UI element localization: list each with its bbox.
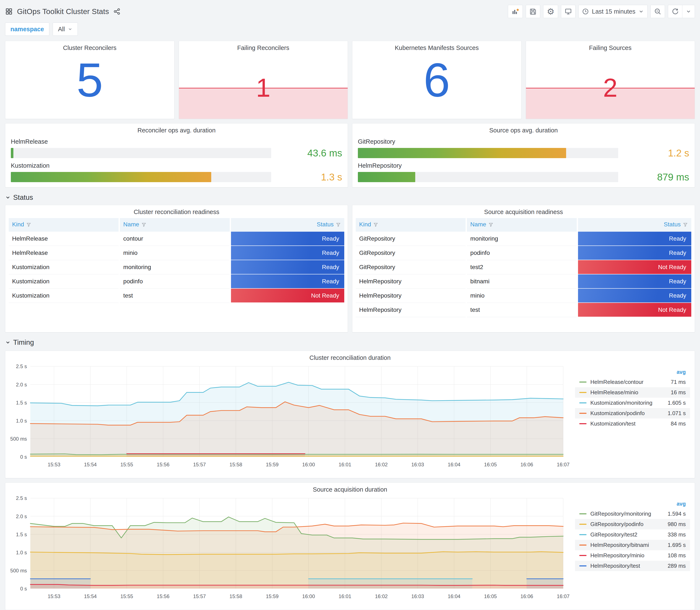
legend-series[interactable]: HelmRepository/bitnami1.695 s — [575, 540, 690, 550]
gauge-row: GitRepository 1.2 s — [358, 138, 689, 159]
series-avg-value: 1.605 s — [656, 400, 686, 406]
dashboard-grid-icon[interactable] — [5, 7, 13, 15]
panel-title: Source ops avg. duration — [358, 124, 689, 135]
gauge-fill — [11, 172, 211, 182]
filter-icon[interactable] — [336, 222, 341, 228]
gauge-fill — [11, 148, 13, 158]
dashboard-header: GitOps Toolkit Cluster Stats — [5, 3, 695, 19]
svg-text:1.0 s: 1.0 s — [16, 418, 27, 423]
refresh-button-group — [668, 5, 695, 18]
chart-panel-source-acquisition-duration: Source acquisition duration 15:5315:5415… — [5, 482, 695, 610]
series-color-swatch — [579, 524, 587, 525]
panel-title: Failing Sources — [526, 41, 695, 52]
section-row-timing[interactable]: Timing — [5, 338, 695, 347]
filter-icon[interactable] — [488, 222, 493, 228]
panel-title: Source acquisition duration — [9, 483, 691, 494]
legend-series[interactable]: HelmRelease/contour71 ms — [575, 377, 690, 387]
svg-text:15:57: 15:57 — [193, 462, 206, 468]
name-cell: test — [467, 303, 577, 317]
legend-series[interactable]: HelmRelease/minio16 ms — [575, 387, 690, 398]
filter-icon[interactable] — [373, 222, 378, 228]
legend-avg-header[interactable]: avg — [575, 368, 690, 377]
dashboard-toolbar: ⚙ Last 15 minutes — [508, 5, 695, 18]
refresh-button[interactable] — [668, 5, 682, 18]
zoom-out-icon — [654, 8, 661, 15]
add-panel-icon — [511, 7, 519, 15]
variable-label-namespace: namespace — [5, 22, 49, 36]
dashboard-settings-button[interactable]: ⚙ — [543, 5, 558, 18]
cycle-view-mode-button[interactable] — [561, 5, 575, 18]
series-name: GitRepository/monitoring — [590, 511, 656, 517]
stat-panel-failing-sources: Failing Sources 2 — [526, 41, 695, 119]
variable-value-dropdown[interactable]: All — [53, 22, 78, 36]
refresh-interval-dropdown[interactable] — [682, 5, 695, 18]
status-cell: Ready — [578, 246, 691, 260]
status-badge: Ready — [578, 232, 691, 245]
timeseries-plot[interactable]: 15:5315:5415:5515:5615:5715:5815:5916:00… — [9, 363, 573, 471]
share-icon[interactable] — [113, 8, 120, 15]
tables-row: Cluster reconciliation readiness Kind Na… — [5, 205, 695, 333]
column-header-status[interactable]: Status — [578, 218, 691, 232]
panel-title: Source acquisition readiness — [355, 205, 693, 216]
legend-series[interactable]: GitRepository/podinfo980 ms — [575, 519, 690, 529]
status-cell: Ready — [231, 246, 344, 260]
section-row-status[interactable]: Status — [5, 193, 695, 202]
status-cell: Ready — [231, 232, 344, 246]
kind-cell: Kustomization — [9, 274, 118, 289]
name-cell: test2 — [467, 260, 577, 274]
legend-series[interactable]: HelmRepository/test289 ms — [575, 561, 690, 571]
legend-series[interactable]: HelmRepository/minio108 ms — [575, 550, 690, 561]
gauge-value: 43.6 ms — [278, 147, 342, 159]
status-cell: Ready — [231, 274, 344, 289]
status-cell: Ready — [231, 260, 344, 274]
gauge-value: 879 ms — [625, 171, 689, 183]
series-avg-value: 338 ms — [656, 531, 686, 538]
time-range-picker[interactable]: Last 15 minutes — [579, 5, 648, 18]
chevron-down-icon — [5, 340, 11, 345]
stat-value: 1 — [179, 73, 348, 103]
series-color-swatch — [579, 565, 587, 566]
gauge-row: HelmRelease 43.6 ms — [11, 138, 342, 159]
dashboard-page: GitOps Toolkit Cluster Stats — [0, 0, 700, 610]
save-dashboard-button[interactable] — [526, 5, 540, 18]
column-header-kind[interactable]: Kind — [356, 218, 466, 232]
add-panel-button[interactable] — [508, 5, 523, 18]
svg-text:1.0 s: 1.0 s — [16, 550, 27, 556]
svg-text:15:58: 15:58 — [229, 594, 242, 599]
filter-icon[interactable] — [141, 222, 146, 228]
legend-series[interactable]: Kustomization/podinfo1.071 s — [575, 408, 690, 418]
legend-series[interactable]: Kustomization/test84 ms — [575, 418, 690, 429]
legend-series[interactable]: Kustomization/monitoring1.605 s — [575, 398, 690, 408]
status-badge: Ready — [231, 274, 344, 288]
svg-text:16:00: 16:00 — [302, 462, 315, 468]
series-color-swatch — [579, 555, 587, 556]
table-row: GitRepositorypodinfoReady — [356, 246, 691, 260]
gauge-track — [11, 148, 271, 158]
legend-avg-header[interactable]: avg — [575, 500, 690, 509]
column-header-status[interactable]: Status — [231, 218, 344, 232]
series-color-swatch — [579, 382, 587, 383]
svg-text:16:02: 16:02 — [375, 462, 388, 468]
series-avg-value: 16 ms — [656, 389, 686, 396]
svg-text:15:55: 15:55 — [120, 594, 133, 599]
gauges-row: Reconciler ops avg. duration HelmRelease… — [5, 123, 695, 188]
column-header-name[interactable]: Name — [467, 218, 577, 232]
svg-text:2.0 s: 2.0 s — [16, 382, 27, 387]
legend-series[interactable]: GitRepository/test2338 ms — [575, 529, 690, 540]
legend-series[interactable]: GitRepository/monitoring1.594 s — [575, 509, 690, 519]
stat-value: 5 — [5, 41, 174, 119]
svg-text:16:01: 16:01 — [339, 462, 351, 468]
series-color-swatch — [579, 545, 587, 546]
timeseries-plot[interactable]: 15:5315:5415:5515:5615:5715:5815:5916:00… — [9, 494, 573, 603]
panel-title: Failing Reconcilers — [179, 41, 348, 52]
series-name: Kustomization/test — [590, 420, 656, 427]
filter-icon[interactable] — [26, 222, 31, 228]
svg-text:0 s: 0 s — [20, 586, 27, 592]
svg-text:500 ms: 500 ms — [10, 436, 27, 442]
stat-value: 6 — [352, 41, 521, 119]
zoom-out-time-button[interactable] — [650, 5, 665, 18]
table-panel-cluster-readiness: Cluster reconciliation readiness Kind Na… — [5, 205, 348, 333]
filter-icon[interactable] — [683, 222, 688, 228]
column-header-kind[interactable]: Kind — [9, 218, 118, 232]
column-header-name[interactable]: Name — [120, 218, 230, 232]
